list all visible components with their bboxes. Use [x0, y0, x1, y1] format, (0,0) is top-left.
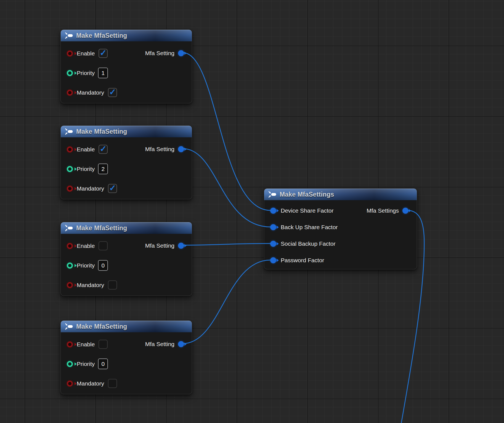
output-pin-row: Mfa Setting — [141, 50, 184, 57]
priority-input[interactable]: 0 — [98, 358, 108, 369]
wire-node2-to-backup-share-factor[interactable] — [183, 149, 270, 227]
struct-pin-input[interactable] — [270, 208, 276, 214]
mandatory-checkbox[interactable] — [108, 280, 117, 290]
struct-pin-input[interactable] — [270, 241, 276, 247]
pin-label: Social Backup Factor — [281, 240, 335, 247]
node-title: Make MfaSettings — [280, 191, 334, 198]
pin-label: Priority — [77, 166, 95, 172]
pin-label: Mandatory — [77, 185, 104, 192]
blueprint-graph-canvas[interactable]: Make MfaSetting Enable Priority 1 Mandat… — [0, 0, 504, 423]
struct-pin-input[interactable] — [270, 257, 276, 263]
mandatory-checkbox[interactable] — [108, 379, 117, 388]
mandatory-checkbox[interactable] — [108, 184, 117, 193]
wire-node4-to-password-factor[interactable] — [183, 260, 270, 344]
pin-label: Priority — [77, 262, 95, 269]
struct-pin-input[interactable] — [270, 224, 276, 230]
node-header[interactable]: Make MfaSetting — [61, 30, 192, 41]
pin-label: Mandatory — [77, 89, 104, 96]
pin-row-backup-share-factor: Back Up Share Factor — [264, 219, 417, 235]
bool-pin-enable[interactable] — [67, 146, 73, 152]
node-header[interactable]: Make MfaSetting — [61, 321, 192, 332]
int-pin-priority[interactable] — [67, 70, 73, 76]
bool-pin-mandatory[interactable] — [67, 90, 73, 96]
int-pin-priority[interactable] — [67, 166, 73, 172]
pin-row-priority: Priority 0 — [61, 256, 192, 275]
output-pin-label: Mfa Settings — [367, 207, 399, 214]
bool-pin-mandatory[interactable] — [67, 282, 73, 288]
pin-label: Priority — [77, 70, 95, 76]
node-make-mfasetting-2[interactable]: Make MfaSetting Enable Priority 2 Mandat… — [60, 125, 192, 199]
bool-pin-mandatory[interactable] — [67, 186, 73, 192]
priority-input[interactable]: 0 — [98, 260, 108, 271]
pin-row-mandatory: Mandatory — [61, 83, 192, 102]
node-header[interactable]: Make MfaSetting — [61, 222, 192, 234]
pin-row-mandatory: Mandatory — [61, 374, 192, 393]
node-title: Make MfaSetting — [76, 32, 127, 39]
node-make-mfasettings[interactable]: Make MfaSettings Device Share Factor Bac… — [264, 188, 417, 269]
enable-checkbox[interactable] — [99, 145, 108, 154]
output-pin-label: Mfa Setting — [145, 242, 174, 249]
output-pin-row: Mfa Setting — [141, 341, 184, 347]
int-pin-priority[interactable] — [67, 361, 73, 367]
wire-node1-to-device-share-factor[interactable] — [183, 53, 270, 210]
make-struct-icon — [65, 225, 73, 231]
struct-pin-output[interactable] — [178, 243, 184, 249]
struct-pin-output[interactable] — [178, 146, 184, 152]
pin-label: Priority — [77, 361, 95, 367]
struct-pin-output[interactable] — [178, 341, 184, 347]
node-make-mfasetting-4[interactable]: Make MfaSetting Enable Priority 0 Mandat… — [60, 320, 192, 394]
pin-label: Mandatory — [77, 282, 104, 288]
make-struct-icon — [65, 323, 73, 330]
pin-row-mandatory: Mandatory — [61, 275, 192, 295]
make-struct-icon — [65, 128, 73, 135]
bool-pin-mandatory[interactable] — [67, 381, 73, 387]
output-pin-label: Mfa Setting — [145, 146, 174, 152]
pin-label: Enable — [77, 146, 95, 153]
enable-checkbox[interactable] — [99, 241, 108, 250]
node-make-mfasetting-3[interactable]: Make MfaSetting Enable Priority 0 Mandat… — [60, 222, 192, 296]
pin-label: Enable — [77, 341, 95, 348]
pin-label: Device Share Factor — [281, 207, 333, 214]
pin-row-priority: Priority 2 — [61, 159, 192, 179]
node-make-mfasetting-1[interactable]: Make MfaSetting Enable Priority 1 Mandat… — [60, 30, 192, 103]
mandatory-checkbox[interactable] — [108, 88, 117, 97]
priority-input[interactable]: 1 — [98, 68, 108, 78]
output-pin-label: Mfa Setting — [145, 50, 174, 57]
bool-pin-enable[interactable] — [67, 50, 73, 57]
make-struct-icon — [268, 191, 277, 198]
node-title: Make MfaSetting — [76, 224, 127, 232]
output-pin-row: Mfa Setting — [141, 242, 184, 249]
output-pin-row: Mfa Setting — [141, 146, 184, 152]
wire-node3-to-social-backup-factor[interactable] — [183, 243, 270, 245]
node-title: Make MfaSetting — [76, 323, 127, 330]
node-header[interactable]: Make MfaSetting — [61, 126, 192, 137]
output-pin-label: Mfa Setting — [145, 341, 174, 347]
struct-pin-output[interactable] — [178, 50, 184, 56]
pin-row-priority: Priority 1 — [61, 63, 192, 83]
pin-label: Enable — [77, 50, 95, 57]
pin-row-password-factor: Password Factor — [264, 252, 417, 269]
priority-input[interactable]: 2 — [98, 164, 108, 174]
pin-row-mandatory: Mandatory — [61, 179, 192, 198]
pin-row-social-backup-factor: Social Backup Factor — [264, 235, 417, 252]
pin-label: Enable — [77, 243, 95, 249]
pin-label: Mandatory — [77, 380, 104, 387]
bool-pin-enable[interactable] — [67, 341, 73, 347]
pin-label: Back Up Share Factor — [281, 224, 338, 231]
node-title: Make MfaSetting — [76, 128, 127, 135]
int-pin-priority[interactable] — [67, 263, 73, 269]
enable-checkbox[interactable] — [99, 340, 108, 349]
make-struct-icon — [65, 32, 73, 39]
output-pin-row: Mfa Settings — [362, 207, 408, 214]
node-header[interactable]: Make MfaSettings — [264, 189, 417, 200]
bool-pin-enable[interactable] — [67, 243, 73, 249]
pin-label: Password Factor — [281, 257, 324, 264]
enable-checkbox[interactable] — [99, 49, 108, 58]
pin-row-priority: Priority 0 — [61, 354, 192, 374]
